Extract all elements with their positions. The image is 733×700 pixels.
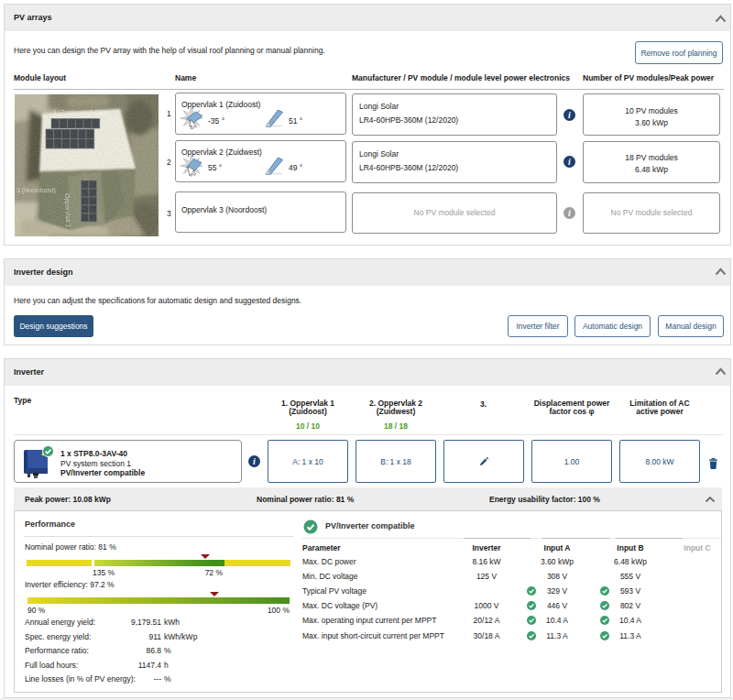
svg-text:i: i — [568, 208, 571, 218]
svg-text:i: i — [253, 456, 256, 466]
svg-text:i: i — [568, 157, 571, 167]
svg-text:i: i — [568, 110, 571, 120]
